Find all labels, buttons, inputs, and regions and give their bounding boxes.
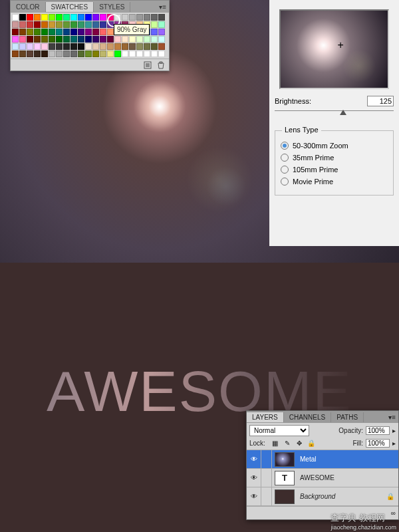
link-col[interactable] [261, 487, 272, 505]
swatch-grid[interactable] [11, 13, 169, 59]
swatch-cell[interactable] [122, 51, 128, 57]
swatch-cell[interactable] [100, 29, 106, 35]
swatch-cell[interactable] [129, 51, 136, 57]
swatch-cell[interactable] [41, 21, 48, 28]
swatch-cell[interactable] [100, 51, 106, 57]
tab-channels[interactable]: CHANNELS [284, 412, 331, 422]
swatch-cell[interactable] [41, 36, 48, 43]
swatch-cell[interactable] [151, 14, 158, 21]
swatch-cell[interactable] [136, 14, 143, 21]
lock-position-icon[interactable]: ✥ [295, 438, 304, 448]
fill-input[interactable] [366, 439, 390, 448]
swatch-cell[interactable] [114, 43, 121, 50]
tab-paths[interactable]: PATHS [331, 412, 364, 422]
swatch-cell[interactable] [158, 14, 165, 21]
swatch-cell[interactable] [41, 14, 48, 21]
swatch-cell[interactable] [19, 14, 26, 21]
swatch-cell[interactable] [34, 21, 41, 28]
swatch-cell[interactable] [49, 43, 55, 50]
swatch-cell[interactable] [92, 43, 99, 50]
dropdown-arrow-icon[interactable]: ▸ [392, 440, 396, 447]
swatch-cell[interactable] [144, 36, 150, 43]
swatch-cell[interactable] [70, 51, 77, 57]
tab-layers[interactable]: LAYERS [247, 412, 284, 422]
swatch-cell[interactable] [70, 29, 77, 35]
visibility-toggle[interactable]: 👁 [247, 487, 261, 505]
swatch-cell[interactable] [78, 29, 84, 35]
swatch-cell[interactable] [85, 29, 92, 35]
radio-50-300mm[interactable]: 50-300mm Zoom [281, 142, 388, 150]
visibility-toggle[interactable]: 👁 [247, 469, 261, 487]
swatch-cell[interactable] [19, 51, 26, 57]
swatch-cell[interactable] [92, 21, 99, 28]
swatch-cell[interactable] [85, 51, 92, 57]
swatch-cell[interactable] [144, 43, 150, 50]
lens-flare-preview[interactable]: + [279, 9, 389, 89]
swatch-cell[interactable] [78, 51, 84, 57]
swatch-cell[interactable] [158, 21, 165, 28]
swatch-cell[interactable] [12, 29, 19, 35]
swatch-cell[interactable] [78, 14, 84, 21]
swatch-cell[interactable] [85, 36, 92, 43]
swatch-cell[interactable] [78, 21, 84, 28]
swatch-cell[interactable] [12, 43, 19, 50]
swatch-cell[interactable] [151, 21, 158, 28]
swatch-cell[interactable] [85, 14, 92, 21]
tab-color[interactable]: COLOR [11, 2, 46, 12]
tab-swatches[interactable]: SWATCHES [46, 2, 94, 12]
link-col[interactable] [261, 469, 272, 487]
lock-transparency-icon[interactable]: ▦ [271, 438, 280, 448]
swatch-cell[interactable] [158, 29, 165, 35]
swatch-cell[interactable] [158, 43, 165, 50]
swatch-cell[interactable] [107, 51, 114, 57]
radio-movie-prime[interactable]: Movie Prime [281, 178, 388, 186]
swatch-cell[interactable] [158, 36, 165, 43]
swatch-cell[interactable] [92, 51, 99, 57]
swatch-cell[interactable] [85, 21, 92, 28]
swatch-cell[interactable] [19, 36, 26, 43]
swatch-cell[interactable] [136, 51, 143, 57]
swatch-cell[interactable] [129, 14, 136, 21]
radio-35mm[interactable]: 35mm Prime [281, 154, 388, 162]
swatch-cell[interactable] [100, 14, 106, 21]
swatch-cell[interactable] [34, 51, 41, 57]
brightness-slider[interactable] [275, 110, 394, 122]
swatch-cell[interactable] [92, 14, 99, 21]
brightness-input[interactable] [367, 96, 394, 106]
opacity-input[interactable] [366, 426, 390, 435]
swatch-cell[interactable] [158, 51, 165, 57]
swatch-cell[interactable] [70, 43, 77, 50]
swatch-cell[interactable] [144, 51, 150, 57]
slider-thumb-icon[interactable] [340, 110, 346, 115]
swatch-cell[interactable] [41, 51, 48, 57]
swatch-cell[interactable] [34, 36, 41, 43]
swatch-cell[interactable] [151, 43, 158, 50]
swatch-cell[interactable] [12, 14, 19, 21]
layer-name[interactable]: AWESOME [297, 474, 398, 481]
swatch-cell[interactable] [100, 21, 106, 28]
swatch-cell[interactable] [56, 29, 63, 35]
swatch-cell[interactable] [34, 14, 41, 21]
swatch-cell[interactable] [41, 43, 48, 50]
swatch-cell[interactable] [19, 29, 26, 35]
swatch-cell[interactable] [78, 36, 84, 43]
swatch-cell[interactable] [34, 43, 41, 50]
swatch-cell[interactable] [63, 51, 70, 57]
swatch-cell[interactable] [27, 14, 33, 21]
swatch-cell[interactable] [92, 29, 99, 35]
swatch-cell[interactable] [107, 43, 114, 50]
layer-thumbnail[interactable] [275, 452, 295, 467]
swatch-cell[interactable] [78, 43, 84, 50]
layer-row-awesome[interactable]: 👁 T AWESOME [247, 469, 398, 487]
swatch-cell[interactable] [63, 29, 70, 35]
swatch-cell[interactable] [19, 21, 26, 28]
lock-pixels-icon[interactable]: ✎ [283, 438, 292, 448]
visibility-toggle[interactable]: 👁 [247, 450, 261, 468]
swatch-cell[interactable] [41, 29, 48, 35]
swatch-cell[interactable] [107, 36, 114, 43]
swatch-cell[interactable] [56, 51, 63, 57]
lock-all-icon[interactable]: 🔒 [307, 438, 316, 448]
swatch-cell[interactable] [56, 43, 63, 50]
swatch-cell[interactable] [56, 21, 63, 28]
swatch-cell[interactable] [27, 29, 33, 35]
